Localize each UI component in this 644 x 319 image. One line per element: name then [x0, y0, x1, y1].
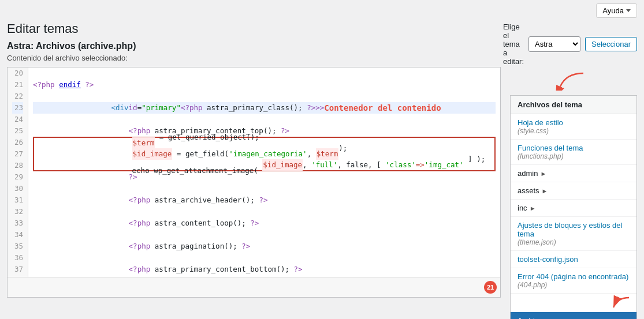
files-panel-title: Archivos del tema: [511, 96, 636, 114]
help-label: Ayuda: [602, 6, 624, 15]
folder-expand-icon-assets: ►: [542, 187, 548, 194]
files-panel: Archivos del tema Hoja de estilo (style.…: [510, 95, 637, 319]
file-heading: Astra: Archivos (archive.php): [7, 41, 501, 51]
code-line-33: <?php astra_content_loop(); ?>: [33, 217, 496, 229]
code-content[interactable]: <?php endif ?> <div id="primary" <?php a…: [28, 67, 500, 277]
file-item-inc[interactable]: inc ►: [511, 200, 636, 217]
code-line-35: <?php astra_pagination(); ?>: [33, 241, 496, 252]
file-name-archive: Archivos: [518, 316, 630, 319]
folder-expand-icon-inc: ►: [530, 205, 536, 212]
file-link-theme-json[interactable]: Ajustes de bloques y estilos del tema: [518, 221, 622, 238]
theme-selector-row: Elige el tema a editar: Astra Selecciona…: [510, 22, 637, 66]
code-line-37: <?php astra_primary_content_bottom(); ?>: [33, 264, 496, 275]
help-dropdown-icon: [626, 9, 631, 12]
file-name-admin: admin: [518, 169, 538, 178]
code-line-29: ?>: [33, 171, 496, 183]
line-numbers: 20 21 22 23 24 25 26 27 28 29 30 31 32 3…: [8, 67, 28, 277]
file-item-archive[interactable]: Archivos (archive.php): [511, 312, 636, 319]
file-sub-404: (404.php): [518, 281, 630, 289]
file-sub-theme-json: (theme.json): [518, 238, 630, 246]
file-item-toolset[interactable]: toolset-config.json: [511, 251, 636, 268]
error-badge: 21: [484, 281, 497, 294]
theme-selector-label: Elige el tema a editar:: [503, 22, 524, 66]
arrow-to-selector-icon: [554, 70, 586, 91]
editor-footer: 21: [8, 277, 500, 297]
file-item-admin[interactable]: admin ►: [511, 165, 636, 182]
file-sub-style: (style.css): [518, 127, 630, 135]
file-link-toolset[interactable]: toolset-config.json: [518, 255, 578, 264]
select-theme-button[interactable]: Seleccionar: [585, 37, 637, 51]
file-item-404[interactable]: Error 404 (página no encontrada) (404.ph…: [511, 268, 636, 294]
file-list: Hoja de estilo (style.css) Funciones del…: [511, 114, 636, 319]
right-panel: Elige el tema a editar: Astra Selecciona…: [510, 21, 637, 319]
file-subtitle: Contenido del archivo seleccionado:: [7, 54, 501, 62]
code-line-23: <div id="primary" <?php astra_primary_cl…: [33, 102, 496, 114]
arrow-to-archive-icon: [609, 295, 632, 311]
code-editor-area: 20 21 22 23 24 25 26 27 28 29 30 31 32 3…: [7, 67, 501, 298]
file-link-functions[interactable]: Funciones del tema: [518, 144, 583, 152]
code-editor[interactable]: 20 21 22 23 24 25 26 27 28 29 30 31 32 3…: [8, 67, 500, 277]
file-name-inc: inc: [518, 204, 527, 212]
theme-select[interactable]: Astra: [528, 36, 580, 52]
page-title: Editar temas: [7, 21, 501, 36]
file-item-style[interactable]: Hoja de estilo (style.css): [511, 114, 636, 140]
code-line-21: <?php endif ?>: [33, 79, 496, 91]
help-button[interactable]: Ayuda: [596, 3, 637, 18]
file-item-functions[interactable]: Funciones del tema (functions.php): [511, 140, 636, 165]
file-link-404[interactable]: Error 404 (página no encontrada): [518, 272, 628, 281]
folder-expand-icon-admin: ►: [540, 170, 546, 177]
file-item-assets[interactable]: assets ►: [511, 182, 636, 200]
code-line-20: [33, 67, 496, 79]
file-item-theme-json[interactable]: Ajustes de bloques y estilos del tema (t…: [511, 217, 636, 251]
file-link-style[interactable]: Hoja de estilo: [518, 118, 563, 127]
file-name-assets: assets: [518, 186, 539, 195]
code-line-31: <?php astra_archive_header(); ?>: [33, 194, 496, 206]
file-sub-functions: (functions.php): [518, 152, 630, 160]
